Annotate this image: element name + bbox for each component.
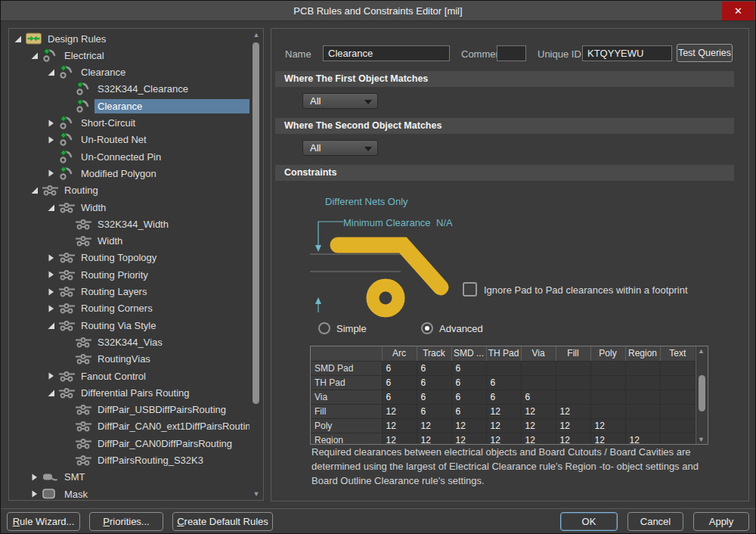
matrix-cell[interactable]: 12 bbox=[590, 433, 625, 445]
cancel-button[interactable]: Cancel bbox=[627, 512, 683, 531]
test-queries-button[interactable]: Test Queries bbox=[677, 44, 733, 62]
matrix-cell[interactable]: 12 bbox=[521, 433, 556, 445]
ok-button[interactable]: OK bbox=[560, 512, 618, 531]
tree-expanded-arrow-icon[interactable] bbox=[47, 203, 59, 212]
matrix-cell[interactable] bbox=[660, 390, 695, 404]
tree-item-clearance[interactable]: Clearance bbox=[10, 64, 249, 81]
matrix-cell[interactable] bbox=[556, 375, 590, 390]
ignore-pad-to-pad-checkbox[interactable] bbox=[463, 282, 477, 296]
matrix-column-header[interactable]: TH Pad bbox=[486, 346, 521, 361]
tree-item-diffpair-can0diffpairsrouting[interactable]: DiffPair_CAN0DiffPairsRouting bbox=[10, 435, 249, 452]
tree-expanded-arrow-icon[interactable] bbox=[47, 68, 59, 77]
scrollbar-thumb[interactable] bbox=[253, 42, 259, 404]
second-object-scope-dropdown[interactable]: All bbox=[302, 140, 378, 156]
matrix-cell[interactable]: 6 bbox=[382, 375, 417, 390]
tree-collapsed-arrow-icon[interactable] bbox=[47, 169, 59, 178]
tree-collapsed-arrow-icon[interactable] bbox=[47, 253, 59, 262]
matrix-cell[interactable] bbox=[625, 418, 660, 433]
matrix-column-header[interactable]: SMD ... bbox=[451, 346, 486, 361]
tree-item-fanout-control[interactable]: Fanout Control bbox=[10, 368, 249, 384]
tree-item-mask[interactable]: Mask bbox=[10, 486, 249, 501]
tree-collapsed-arrow-icon[interactable] bbox=[47, 119, 59, 128]
tree-collapsed-arrow-icon[interactable] bbox=[47, 287, 59, 296]
matrix-cell[interactable]: 6 bbox=[417, 375, 451, 390]
apply-button[interactable]: Apply bbox=[693, 512, 749, 531]
tree-expanded-arrow-icon[interactable] bbox=[30, 51, 42, 60]
close-button[interactable]: ✕ bbox=[722, 2, 754, 20]
matrix-cell[interactable] bbox=[625, 361, 660, 375]
matrix-cell[interactable] bbox=[486, 361, 521, 375]
matrix-cell[interactable] bbox=[556, 390, 590, 404]
scroll-down-icon[interactable]: ▼ bbox=[252, 489, 261, 498]
matrix-cell[interactable]: 6 bbox=[382, 390, 417, 404]
tree-item-diffpair-usbdiffpairsrouting[interactable]: DiffPair_USBDiffPairsRouting bbox=[10, 402, 249, 418]
tree-item-s32k344-clearance[interactable]: S32K344_Clearance bbox=[10, 81, 249, 98]
tree-item-routing-layers[interactable]: Routing Layers bbox=[10, 284, 249, 300]
minimum-clearance-value[interactable]: N/A bbox=[436, 217, 453, 228]
scroll-up-icon[interactable]: ▲ bbox=[697, 346, 706, 355]
tree-expanded-arrow-icon[interactable] bbox=[30, 186, 42, 195]
simple-radio[interactable] bbox=[318, 322, 330, 334]
tree-item-modified-polygon[interactable]: Modified Polygon bbox=[10, 165, 249, 182]
tree-item-diffpairsrouting-s32k3[interactable]: DiffPairsRouting_S32K3 bbox=[10, 452, 249, 469]
tree-item-routing-topology[interactable]: Routing Topology bbox=[10, 250, 249, 266]
matrix-cell[interactable] bbox=[590, 404, 625, 418]
matrix-cell[interactable] bbox=[625, 404, 660, 418]
matrix-cell[interactable] bbox=[660, 404, 695, 418]
tree-item-electrical[interactable]: Electrical bbox=[10, 47, 249, 64]
matrix-cell[interactable] bbox=[556, 361, 590, 375]
matrix-cell[interactable]: 12 bbox=[382, 418, 417, 433]
tree-item-s32k344-vias[interactable]: S32K344_Vias bbox=[10, 334, 249, 350]
unique-id-input[interactable] bbox=[582, 45, 672, 61]
matrix-cell[interactable] bbox=[590, 375, 625, 390]
tree-item-s32k344-width[interactable]: S32K344_Width bbox=[10, 216, 249, 232]
matrix-column-header[interactable]: Fill bbox=[556, 346, 590, 361]
matrix-cell[interactable]: 6 bbox=[521, 390, 556, 404]
create-default-rules-button[interactable]: Create Default Rules bbox=[172, 512, 273, 531]
matrix-cell[interactable]: 12 bbox=[625, 433, 660, 445]
matrix-cell[interactable] bbox=[625, 390, 660, 404]
matrix-column-header[interactable]: Text bbox=[660, 346, 695, 361]
matrix-cell[interactable] bbox=[625, 375, 660, 390]
tree-item-width[interactable]: Width bbox=[10, 199, 249, 216]
rule-wizard-button[interactable]: Rule Wizard... bbox=[7, 512, 80, 531]
matrix-cell[interactable]: 12 bbox=[451, 418, 486, 433]
matrix-cell[interactable]: 12 bbox=[486, 433, 521, 445]
tree-item-un-routed-net[interactable]: Un-Routed Net bbox=[10, 132, 249, 148]
tree-item-clearance[interactable]: Clearance bbox=[10, 98, 249, 114]
tree-collapsed-arrow-icon[interactable] bbox=[47, 135, 59, 144]
matrix-cell[interactable] bbox=[660, 361, 695, 375]
matrix-cell[interactable]: 12 bbox=[382, 404, 417, 418]
matrix-column-header[interactable]: Poly bbox=[590, 346, 625, 361]
matrix-cell[interactable] bbox=[590, 361, 625, 375]
tree-collapsed-arrow-icon[interactable] bbox=[30, 489, 42, 498]
comment-input[interactable] bbox=[497, 45, 526, 61]
matrix-cell[interactable]: 12 bbox=[451, 433, 486, 445]
tree-item-routing-priority[interactable]: Routing Priority bbox=[10, 266, 249, 283]
tree-expanded-arrow-icon[interactable] bbox=[47, 321, 59, 330]
scroll-up-icon[interactable]: ▲ bbox=[252, 30, 261, 39]
tree-item-routing-via-style[interactable]: Routing Via Style bbox=[10, 317, 249, 334]
matrix-column-header[interactable]: Via bbox=[521, 346, 556, 361]
matrix-cell[interactable] bbox=[521, 375, 556, 390]
matrix-cell[interactable]: 12 bbox=[382, 433, 417, 445]
matrix-cell[interactable]: 6 bbox=[417, 361, 451, 375]
tree-collapsed-arrow-icon[interactable] bbox=[47, 371, 59, 380]
tree-item-width[interactable]: Width bbox=[10, 233, 249, 250]
scrollbar-thumb[interactable] bbox=[699, 375, 705, 411]
tree-item-routingvias[interactable]: RoutingVias bbox=[10, 351, 249, 368]
matrix-cell[interactable]: 6 bbox=[486, 375, 521, 390]
matrix-column-header[interactable]: Track bbox=[417, 346, 451, 361]
name-input[interactable] bbox=[323, 45, 450, 61]
matrix-column-header[interactable]: Region bbox=[625, 346, 660, 361]
tree-item-diffpair-can0-ext1diffpairsrouting[interactable]: DiffPair_CAN0_ext1DiffPairsRouting bbox=[10, 418, 249, 435]
tree-item-design-rules[interactable]: Design Rules bbox=[10, 30, 249, 47]
matrix-cell[interactable] bbox=[660, 375, 695, 390]
tree-item-short-circuit[interactable]: Short-Circuit bbox=[10, 115, 249, 132]
matrix-cell[interactable] bbox=[660, 418, 695, 433]
matrix-cell[interactable]: 6 bbox=[486, 390, 521, 404]
matrix-column-header[interactable]: Arc bbox=[382, 346, 417, 361]
matrix-cell[interactable]: 6 bbox=[417, 404, 451, 418]
matrix-cell[interactable]: 6 bbox=[451, 390, 486, 404]
matrix-cell[interactable]: 12 bbox=[521, 418, 556, 433]
